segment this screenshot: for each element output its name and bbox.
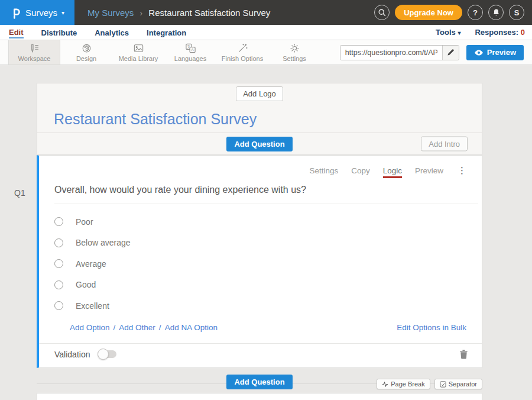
question-logic-link[interactable]: Logic: [383, 166, 402, 178]
question-settings-link[interactable]: Settings: [309, 166, 338, 175]
separator-label: Separator: [449, 380, 477, 388]
survey-header-card: Add Logo Restaurant Satisfaction Survey: [37, 83, 482, 133]
option-label[interactable]: Excellent: [76, 301, 109, 311]
survey-title[interactable]: Restaurant Satisfaction Survey: [54, 111, 482, 128]
link-separator: /: [159, 323, 161, 332]
toggle-knob: [98, 349, 109, 360]
add-na-option-link[interactable]: Add NA Option: [165, 323, 218, 332]
option-label[interactable]: Poor: [76, 217, 93, 227]
survey-url-input[interactable]: [340, 46, 442, 60]
validation-row: Validation: [39, 343, 482, 365]
question-mark-icon: ?: [473, 8, 478, 17]
breadcrumb-current-survey: Restaurant Satisfaction Survey: [148, 8, 270, 18]
translate-icon: 文 A: [185, 43, 196, 54]
palette-icon: [81, 43, 92, 54]
kebab-menu-icon[interactable]: ⋮: [458, 166, 466, 175]
delete-question-button[interactable]: [459, 349, 468, 359]
add-question-button-bottom[interactable]: Add Question: [226, 375, 292, 389]
add-logo-button[interactable]: Add Logo: [236, 86, 283, 101]
answer-option: Good: [54, 275, 482, 296]
tools-menu[interactable]: Tools ▾: [436, 28, 460, 37]
app-window: Surveys ▾ My Surveys › Restaurant Satisf…: [0, 0, 532, 400]
question-preview-link[interactable]: Preview: [415, 166, 443, 175]
add-question-row-bottom: Add Question Page Break Separator: [37, 374, 482, 391]
workspace-icon: [29, 43, 40, 54]
search-icon: [378, 8, 386, 17]
main-tabs: Edit Distribute Analytics Integration To…: [0, 25, 532, 40]
validation-toggle[interactable]: [98, 350, 116, 358]
trash-icon: [459, 349, 468, 359]
notifications-button[interactable]: [488, 5, 504, 20]
edit-options-in-bulk-link[interactable]: Edit Options in Bulk: [397, 323, 466, 332]
option-label[interactable]: Good: [76, 280, 96, 289]
insert-element-buttons: Page Break Separator: [377, 379, 482, 389]
question-card: Settings Copy Logic Preview ⋮ Overall, h…: [37, 155, 482, 368]
survey-editor-canvas: Q1 Add Logo Restaurant Satisfaction Surv…: [0, 65, 532, 400]
breadcrumb-my-surveys[interactable]: My Surveys: [87, 8, 134, 18]
separator-button[interactable]: Separator: [434, 379, 482, 389]
survey-url-group: [340, 45, 459, 60]
option-label[interactable]: Average: [76, 259, 106, 269]
surveys-product-menu[interactable]: Surveys ▾: [0, 0, 74, 25]
chevron-down-icon: ▾: [458, 30, 460, 36]
upgrade-button[interactable]: Upgrade Now: [395, 5, 462, 20]
question-text[interactable]: Overall, how would you rate your dining …: [39, 178, 482, 204]
add-option-link[interactable]: Add Option: [70, 323, 110, 332]
page-break-label: Page Break: [391, 380, 424, 388]
avatar[interactable]: S: [509, 5, 524, 20]
toolbar-item-finish-options[interactable]: Finish Options: [216, 40, 268, 64]
help-button[interactable]: ?: [468, 5, 483, 20]
tab-analytics[interactable]: Analytics: [95, 27, 129, 38]
radio-icon[interactable]: [54, 301, 63, 310]
responses-count-value: 0: [521, 28, 525, 37]
toolbar-item-label: Design: [76, 55, 96, 62]
tab-distribute[interactable]: Distribute: [41, 27, 77, 38]
toolbar-item-label: Languages: [174, 55, 206, 62]
edit-url-button[interactable]: [442, 46, 459, 60]
answer-option: Below average: [54, 233, 482, 254]
questionpro-logo-icon: [10, 7, 21, 19]
gear-icon: [289, 43, 300, 54]
page-break-button[interactable]: Page Break: [377, 379, 430, 389]
radio-icon[interactable]: [54, 217, 63, 226]
preview-label: Preview: [487, 48, 516, 57]
responses-counter: Responses: 0: [475, 28, 525, 37]
add-question-button-top[interactable]: Add Question: [226, 137, 292, 151]
radio-icon[interactable]: [54, 238, 63, 247]
question-copy-link[interactable]: Copy: [351, 166, 370, 175]
add-other-link[interactable]: Add Other: [119, 323, 155, 332]
eye-icon: [474, 49, 484, 56]
answer-option: Excellent: [54, 295, 482, 317]
tab-integration[interactable]: Integration: [147, 27, 186, 38]
validation-label: Validation: [54, 350, 90, 359]
add-intro-button[interactable]: Add Intro: [421, 137, 468, 151]
preview-button[interactable]: Preview: [466, 45, 524, 60]
answer-option: Average: [54, 253, 482, 275]
workspace-toolbar: Workspace Design Media Library 文: [0, 40, 532, 65]
toolbar-item-media-library[interactable]: Media Library: [112, 40, 164, 64]
radio-icon[interactable]: [54, 259, 63, 268]
survey-column: Add Logo Restaurant Satisfaction Survey …: [37, 83, 482, 400]
tab-edit[interactable]: Edit: [9, 26, 24, 38]
toolbar-item-design[interactable]: Design: [60, 40, 112, 64]
search-button[interactable]: [374, 5, 390, 20]
answer-option: Poor: [54, 211, 482, 233]
link-separator: /: [113, 323, 116, 332]
chevron-down-icon: ▾: [61, 9, 64, 16]
toolbar-item-settings[interactable]: Settings: [268, 40, 320, 64]
bell-icon: [492, 8, 500, 17]
toolbar-item-languages[interactable]: 文 A Languages: [164, 40, 216, 64]
answer-options-list: Poor Below average Average Good: [39, 204, 482, 317]
toolbar-item-label: Finish Options: [222, 55, 263, 62]
tabbar-right: Tools ▾ Responses: 0: [436, 28, 532, 37]
option-label[interactable]: Below average: [76, 238, 131, 247]
next-section-card: [37, 393, 482, 400]
toolbar-item-workspace[interactable]: Workspace: [8, 40, 60, 64]
radio-icon[interactable]: [54, 280, 63, 289]
add-question-row-top: Add Question Add Intro: [37, 133, 482, 155]
toolbar-item-label: Workspace: [18, 55, 51, 62]
separator-icon: [440, 381, 446, 388]
question-menu: Settings Copy Logic Preview ⋮: [39, 156, 482, 178]
breadcrumb-separator: ›: [140, 8, 142, 18]
avatar-letter: S: [514, 8, 520, 17]
